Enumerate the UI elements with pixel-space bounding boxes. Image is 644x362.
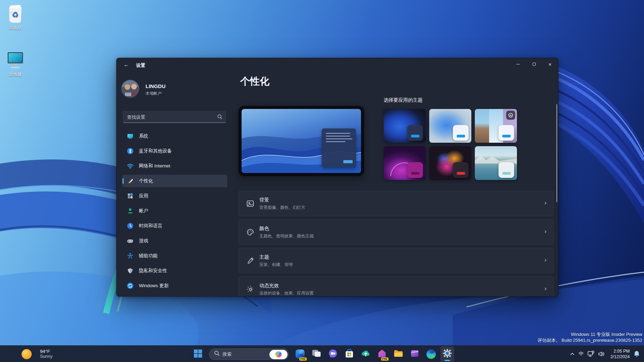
- wifi-icon: [127, 163, 134, 170]
- theme-card-light-bloom[interactable]: [429, 109, 471, 143]
- taskbar-search-input[interactable]: [222, 352, 268, 357]
- taskbar-clock[interactable]: 2:05 PM 2/12/2024: [610, 348, 630, 360]
- row-title: 颜色: [259, 226, 269, 232]
- window-title: 设置: [136, 62, 145, 69]
- chevron-right-icon: ›: [544, 257, 547, 263]
- clock-globe-icon: [127, 222, 134, 229]
- nav-label: 网络和 Internet: [139, 163, 170, 169]
- desktop: ♻ 回收站 此电脑 Windows 11 专业版 Insider Preview…: [0, 0, 644, 362]
- theme-card-purple-glow[interactable]: [384, 146, 426, 180]
- network-icon[interactable]: [587, 351, 595, 357]
- paintbrush-icon: [127, 178, 134, 184]
- desktop-icon-this-pc[interactable]: 此电脑: [1, 49, 30, 78]
- minimize-button[interactable]: [510, 58, 526, 70]
- row-subtitle: 连接的设备、效果、应用设置: [259, 290, 314, 296]
- nav-label: 系统: [139, 133, 148, 139]
- gamepad-icon: [127, 237, 134, 244]
- nav-label: 帐户: [139, 208, 148, 214]
- theme-card-contrast-photos[interactable]: [475, 109, 517, 143]
- bluetooth-icon: [127, 148, 134, 155]
- settings-search-box[interactable]: [123, 111, 226, 123]
- theme-card-landscape[interactable]: [475, 146, 517, 180]
- pinned-apps: PRE: [293, 346, 454, 362]
- apps-grid-icon: [127, 192, 134, 199]
- theme-preview-screen: [242, 109, 361, 173]
- row-subtitle: 安装、创建、管理: [259, 262, 293, 268]
- nav-item-accounts[interactable]: 帐户: [122, 205, 227, 217]
- contrast-theme-icon: [506, 111, 515, 120]
- app-settings-active[interactable]: [440, 346, 454, 362]
- system-tray: 中 2:05 PM 2/12/2024: [570, 346, 641, 362]
- account-type: 本地帐户: [146, 91, 162, 96]
- row-themes[interactable]: 主题 安装、创建、管理 ›: [238, 248, 554, 273]
- title-bar[interactable]: ← 设置 ×: [117, 58, 558, 72]
- app-cloud-upload[interactable]: [359, 346, 372, 362]
- nav-item-network-internet[interactable]: 网络和 Internet: [122, 160, 227, 172]
- taskbar-search-box[interactable]: [209, 348, 289, 360]
- app-file-explorer[interactable]: [391, 346, 405, 362]
- windows-logo-icon: [194, 349, 202, 359]
- clock-date: 2/12/2024: [610, 354, 630, 360]
- app-dev-home-preview[interactable]: PRE: [375, 346, 389, 362]
- desktop-icon-recycle-bin[interactable]: ♻ 回收站: [1, 2, 30, 31]
- row-colors[interactable]: 颜色 主题色、透明效果、颜色主题 ›: [238, 219, 554, 245]
- weather-temp: 94°F: [40, 349, 52, 354]
- nav-item-accessibility[interactable]: 辅助功能: [122, 250, 227, 262]
- settings-search-input[interactable]: [123, 111, 226, 123]
- start-button[interactable]: [191, 346, 205, 362]
- nav-label: 蓝牙和其他设备: [139, 148, 172, 154]
- desktop-icon-label: 此电脑: [1, 72, 30, 78]
- row-background[interactable]: 背景 背景图像、颜色、幻灯片 ›: [238, 191, 554, 216]
- nav-item-bluetooth-devices[interactable]: 蓝牙和其他设备: [122, 145, 227, 157]
- chevron-right-icon: ›: [544, 285, 547, 292]
- app-edge[interactable]: [424, 346, 438, 362]
- recycle-bin-icon: ♻: [1, 2, 30, 24]
- theme-card-dark-flower[interactable]: [429, 146, 471, 180]
- dynamic-lighting-icon: [246, 285, 254, 295]
- nav-item-system[interactable]: 系统: [122, 130, 227, 142]
- window-scrollbar[interactable]: [556, 104, 557, 202]
- app-chat[interactable]: [326, 346, 340, 362]
- this-pc-icon: [1, 49, 30, 70]
- close-button[interactable]: ×: [542, 58, 558, 70]
- task-view-button[interactable]: [309, 346, 323, 362]
- image-icon: [246, 199, 254, 209]
- accessibility-icon: [127, 252, 134, 259]
- nav-label: 时间和语言: [139, 223, 163, 229]
- avatar[interactable]: [121, 80, 139, 98]
- copilot-button[interactable]: [269, 350, 288, 359]
- cloud-upload-icon: [361, 348, 371, 360]
- nav-item-gaming[interactable]: 游戏: [122, 235, 227, 247]
- tray-chevron-up-icon[interactable]: [570, 352, 575, 356]
- back-button[interactable]: ←: [120, 60, 133, 70]
- maximize-button[interactable]: [526, 58, 542, 70]
- taskbar: 94°F Sunny: [0, 345, 644, 362]
- account-name: LINGDU: [146, 83, 166, 89]
- chat-video-icon: [328, 349, 338, 360]
- settings-window: ← 设置 × LINGDU 本地帐户: [116, 58, 558, 297]
- app-copilot-preview[interactable]: PRE: [293, 346, 307, 362]
- sun-icon: [22, 349, 32, 359]
- ime-indicator[interactable]: 中: [578, 351, 584, 357]
- preview-window-card: [322, 128, 356, 167]
- theme-card-dark-bloom[interactable]: [384, 109, 426, 143]
- app-media[interactable]: [408, 346, 422, 362]
- nav-item-apps[interactable]: 应用: [122, 190, 227, 202]
- row-subtitle: 主题色、透明效果、颜色主题: [259, 233, 314, 239]
- notification-bell-icon[interactable]: [633, 350, 641, 358]
- watermark-line1: Windows 11 专业版 Insider Preview: [537, 331, 642, 337]
- nav-item-windows-update[interactable]: Windows 更新: [122, 280, 227, 292]
- app-microsoft-store[interactable]: [342, 346, 356, 362]
- nav-label: 辅助功能: [139, 253, 158, 259]
- volume-icon[interactable]: [598, 351, 605, 357]
- chevron-right-icon: ›: [544, 199, 547, 206]
- search-icon: [214, 351, 220, 357]
- copilot-icon: [275, 351, 282, 357]
- themes-heading: 选择要应用的主题: [384, 97, 423, 103]
- nav-item-time-language[interactable]: 时间和语言: [122, 220, 227, 232]
- nav-item-privacy-security[interactable]: 隐私和安全性: [122, 265, 227, 277]
- row-title: 背景: [259, 197, 269, 203]
- row-dynamic-lighting[interactable]: 动态光效 连接的设备、效果、应用设置 ›: [238, 276, 554, 297]
- weather-widget[interactable]: 94°F Sunny: [22, 346, 52, 362]
- nav-item-personalization[interactable]: 个性化: [122, 175, 227, 187]
